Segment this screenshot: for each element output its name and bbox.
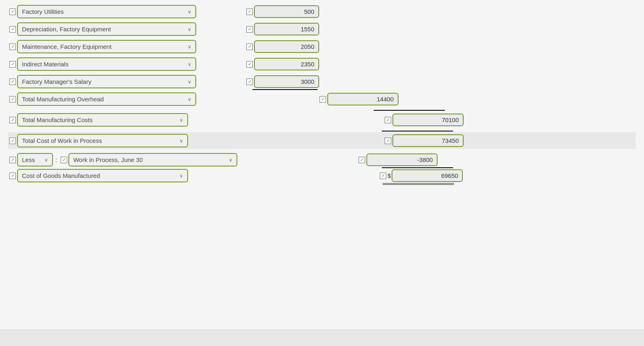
checkbox-depreciation-2[interactable] <box>245 26 254 33</box>
depreciation-label: Depreciation, Factory Equipment <box>22 26 111 33</box>
check-icon-15[interactable] <box>9 138 16 144</box>
row-cost-goods-mfg: Cost of Goods Manufactured ∨ $ 69650 <box>8 169 636 182</box>
col3-separator <box>374 110 445 111</box>
depreciation-dropdown[interactable]: Depreciation, Factory Equipment ∨ <box>17 22 196 36</box>
checkbox-overhead-1[interactable] <box>8 96 17 103</box>
factory-utilities-dropdown[interactable]: Factory Utilities ∨ <box>17 5 196 18</box>
indirect-materials-dropdown[interactable]: Indirect Materials ∨ <box>17 57 196 71</box>
less-label: Less <box>22 156 35 163</box>
checkbox-mfg-costs-2[interactable] <box>383 117 392 123</box>
cogm-dropdown[interactable]: Cost of Goods Manufactured ∨ <box>17 169 188 182</box>
col4-double-line <box>383 183 454 185</box>
less-dropdown[interactable]: Less ∨ <box>17 153 53 166</box>
checkbox-less-2[interactable] <box>59 157 68 163</box>
check-icon-8[interactable] <box>246 61 253 68</box>
spacer-line-4 <box>244 110 366 111</box>
check-icon-4[interactable] <box>246 26 253 33</box>
maintenance-value[interactable]: 2050 <box>254 40 319 53</box>
row-maintenance: Maintenance, Factory Equipment ∨ 2050 <box>8 40 636 53</box>
factory-manager-dropdown[interactable]: Factory Manager's Salary ∨ <box>17 75 196 88</box>
checkbox-overhead-2[interactable] <box>318 96 327 103</box>
check-icon-19[interactable] <box>359 157 365 163</box>
factory-utilities-value[interactable]: 500 <box>254 5 319 18</box>
check-icon-20[interactable] <box>9 173 16 179</box>
checkbox-maintenance-1[interactable] <box>8 44 17 50</box>
spacer-line-6 <box>8 131 375 131</box>
total-mfg-costs-value[interactable]: 70100 <box>392 114 464 126</box>
maintenance-arrow: ∨ <box>188 44 191 50</box>
checkbox-less-3[interactable] <box>357 157 366 163</box>
check-icon-14[interactable] <box>385 117 391 123</box>
total-mfg-costs-dropdown[interactable]: Total Manufacturing Costs ∨ <box>17 113 188 127</box>
spacer-line-9 <box>375 167 382 168</box>
total-overhead-label: Total Manufacturing Overhead <box>22 96 104 103</box>
check-icon-11[interactable] <box>9 96 16 103</box>
spacer-line-5 <box>366 110 374 111</box>
total-overhead-dropdown[interactable]: Total Manufacturing Overhead ∨ <box>17 92 196 106</box>
wip-june30-arrow: ∨ <box>229 157 232 163</box>
check-icon-2[interactable] <box>246 9 253 15</box>
check-icon-1[interactable] <box>9 9 16 15</box>
factory-manager-value[interactable]: 3000 <box>254 75 319 88</box>
maintenance-dropdown[interactable]: Maintenance, Factory Equipment ∨ <box>17 40 196 53</box>
factory-manager-arrow: ∨ <box>188 79 191 85</box>
row-total-cost-wip: Total Cost of Work in Process ∨ 73450 <box>8 132 636 149</box>
spacer-line-1 <box>8 89 245 90</box>
check-icon-5[interactable] <box>9 44 16 50</box>
spacer-line-11 <box>375 183 383 185</box>
checkbox-manager-2[interactable] <box>245 79 254 85</box>
check-icon-9[interactable] <box>9 79 16 85</box>
indirect-materials-arrow: ∨ <box>188 61 191 67</box>
bottom-panel <box>0 330 644 346</box>
checkbox-mfg-costs-1[interactable] <box>8 117 17 123</box>
indirect-materials-value[interactable]: 2350 <box>254 58 319 70</box>
total-cost-wip-label: Total Cost of Work in Process <box>22 137 102 144</box>
checkbox-cogm-2[interactable] <box>379 173 388 179</box>
cogm-value[interactable]: 69650 <box>392 169 463 182</box>
wip-june30-label: Work in Process, June 30 <box>73 156 143 163</box>
checkbox-wip-2[interactable] <box>383 138 392 144</box>
indirect-materials-label: Indirect Materials <box>22 61 68 68</box>
spacer-line-8 <box>8 167 375 168</box>
check-icon-21[interactable] <box>380 173 386 179</box>
checkbox-less-1[interactable] <box>8 157 17 163</box>
total-mfg-costs-arrow: ∨ <box>180 117 183 123</box>
total-mfg-costs-label: Total Manufacturing Costs <box>22 116 92 123</box>
check-icon-17[interactable] <box>9 157 16 163</box>
check-icon-18[interactable] <box>61 157 67 163</box>
factory-utilities-arrow: ∨ <box>188 9 191 15</box>
checkbox-wip-1[interactable] <box>8 138 17 144</box>
checkbox-indirect-2[interactable] <box>245 61 254 68</box>
checkbox-factory-utilities-1[interactable] <box>8 9 17 15</box>
depreciation-value[interactable]: 1550 <box>254 23 319 35</box>
checkbox-cogm-1[interactable] <box>8 173 17 179</box>
check-icon-10[interactable] <box>246 79 253 85</box>
total-overhead-value[interactable]: 14400 <box>327 93 399 105</box>
row-factory-manager: Factory Manager's Salary ∨ 3000 <box>8 75 636 88</box>
check-icon-7[interactable] <box>9 61 16 68</box>
checkbox-maintenance-2[interactable] <box>245 44 254 50</box>
check-icon-12[interactable] <box>320 96 326 103</box>
checkbox-indirect-1[interactable] <box>8 61 17 68</box>
row-total-mfg-costs: Total Manufacturing Costs ∨ 70100 <box>8 113 636 127</box>
less-wip-value[interactable]: -3800 <box>366 153 438 166</box>
factory-manager-label: Factory Manager's Salary <box>22 78 91 85</box>
total-overhead-arrow: ∨ <box>188 96 191 102</box>
factory-utilities-label: Factory Utilities <box>22 8 64 15</box>
check-icon-16[interactable] <box>385 138 391 144</box>
checkbox-factory-utilities-2[interactable] <box>245 9 254 15</box>
check-icon-6[interactable] <box>246 44 253 50</box>
col4-separator-1 <box>382 131 453 131</box>
maintenance-label: Maintenance, Factory Equipment <box>22 43 112 50</box>
check-icon-3[interactable] <box>9 26 16 33</box>
total-cost-wip-value[interactable]: 73450 <box>392 134 464 147</box>
total-cost-wip-dropdown[interactable]: Total Cost of Work in Process ∨ <box>17 134 188 147</box>
spacer-line-10 <box>8 183 375 185</box>
checkbox-manager-1[interactable] <box>8 79 17 85</box>
wip-june30-dropdown[interactable]: Work in Process, June 30 ∨ <box>68 153 237 166</box>
cogm-arrow: ∨ <box>180 173 183 179</box>
spacer-line-3 <box>8 110 244 111</box>
check-icon-13[interactable] <box>9 117 16 123</box>
spacer-line-7 <box>375 131 382 131</box>
checkbox-depreciation-1[interactable] <box>8 26 17 33</box>
